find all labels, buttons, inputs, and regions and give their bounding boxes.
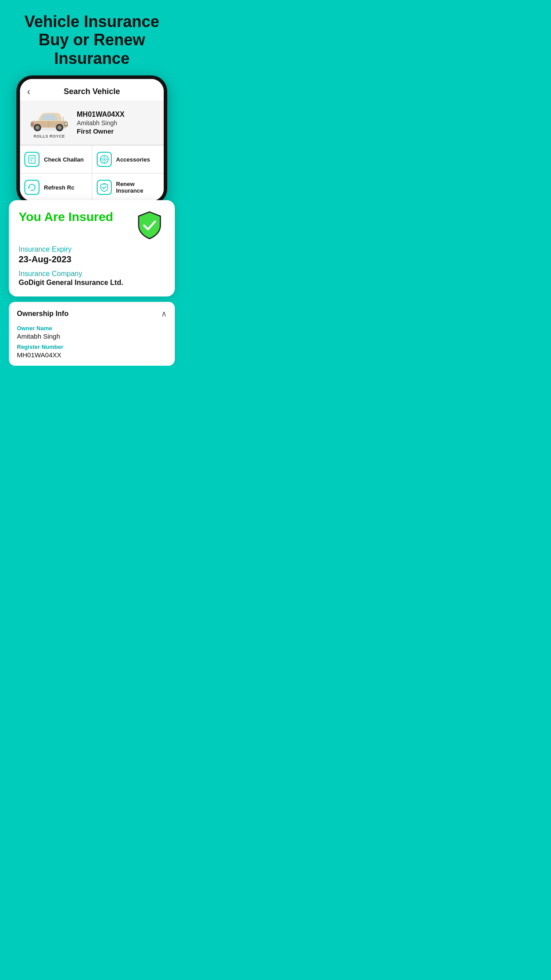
expiry-date: 23-Aug-2023	[19, 254, 165, 265]
screen-title: Search Vehicle	[63, 87, 120, 96]
insurance-card: You Are Insured Insurance Expiry 23-Aug-…	[9, 200, 175, 296]
company-label: Insurance Company	[19, 270, 165, 278]
phone-frame: ‹ Search Vehicle	[16, 75, 167, 205]
vehicle-type: First Owner	[77, 127, 157, 135]
vehicle-owner: Amitabh Singh	[77, 119, 157, 126]
register-number-value: MH01WA04XX	[17, 351, 167, 359]
actions-grid: $ Check Challan Ac	[20, 145, 164, 201]
svg-rect-13	[31, 123, 33, 125]
accessories-icon	[97, 152, 112, 167]
ownership-header[interactable]: Ownership Info ∧	[17, 309, 167, 319]
car-image	[27, 107, 71, 133]
owner-name-label: Owner Name	[17, 325, 167, 332]
svg-point-6	[37, 127, 38, 128]
renew-insurance-label: Renew Insurance	[116, 181, 160, 194]
car-image-container: ROLLS ROYCE	[27, 107, 71, 138]
insured-header: You Are Insured	[19, 210, 165, 241]
svg-point-22	[103, 159, 105, 160]
accessories-label: Accessories	[116, 156, 150, 163]
accessories-button[interactable]: Accessories	[92, 146, 164, 173]
refresh-icon	[24, 180, 39, 195]
refresh-rc-button[interactable]: Refresh Rc	[20, 174, 92, 201]
svg-point-9	[59, 127, 60, 128]
owner-name-value: Amitabh Singh	[17, 332, 167, 340]
hero-line1: Vehicle Insurance	[24, 12, 159, 31]
shield-icon	[134, 210, 165, 241]
hero-section: Vehicle Insurance Buy or Renew Insurance	[0, 0, 184, 75]
ownership-title: Ownership Info	[17, 310, 68, 318]
renew-insurance-button[interactable]: Renew Insurance	[92, 174, 164, 201]
check-challan-button[interactable]: $ Check Challan	[20, 146, 92, 173]
chevron-up-icon: ∧	[161, 309, 167, 319]
svg-point-11	[63, 117, 64, 119]
svg-text:$: $	[31, 160, 32, 163]
insured-status: You Are Insured	[19, 210, 113, 224]
register-number-label: Register Number	[17, 344, 167, 350]
renew-insurance-icon	[97, 180, 112, 195]
svg-rect-12	[65, 123, 67, 125]
car-brand-label: ROLLS ROYCE	[34, 134, 65, 138]
refresh-rc-label: Refresh Rc	[44, 184, 75, 191]
vehicle-info: MH01WA04XX Amitabh Singh First Owner	[77, 111, 157, 135]
insured-left: You Are Insured	[19, 210, 113, 224]
check-challan-label: Check Challan	[44, 156, 84, 163]
challan-icon: $	[24, 152, 39, 167]
company-name: GoDigit General Insurance Ltd.	[19, 279, 165, 287]
vehicle-card: ROLLS ROYCE MH01WA04XX Amitabh Singh Fir…	[20, 100, 164, 145]
back-button[interactable]: ‹	[27, 86, 30, 98]
ownership-section: Ownership Info ∧ Owner Name Amitabh Sing…	[9, 302, 175, 366]
hero-line2: Buy or Renew Insurance	[39, 31, 145, 67]
vehicle-plate: MH01WA04XX	[77, 111, 157, 119]
expiry-label: Insurance Expiry	[19, 245, 165, 253]
phone-wrapper: ‹ Search Vehicle	[0, 75, 184, 366]
screen-header: ‹ Search Vehicle	[20, 79, 164, 101]
